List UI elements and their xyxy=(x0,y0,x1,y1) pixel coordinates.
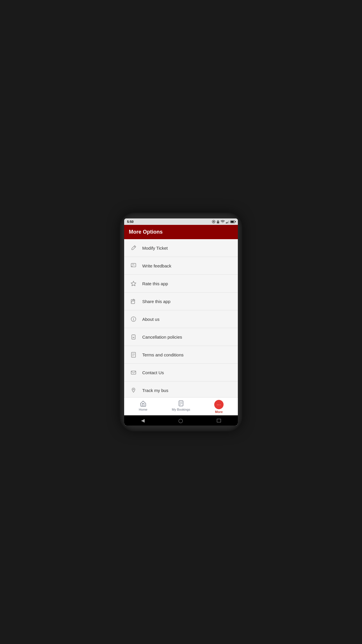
share-icon xyxy=(129,297,138,305)
device-screen: 5:50 xyxy=(124,218,238,426)
status-icons-group xyxy=(212,220,235,223)
back-button[interactable]: ◀ xyxy=(141,418,145,423)
device: 5:50 xyxy=(120,213,242,431)
menu-item-contact[interactable]: Contact Us xyxy=(124,364,238,382)
chat-icon xyxy=(129,262,138,270)
page-title: More Options xyxy=(129,229,163,235)
home-nav-label: Home xyxy=(139,408,147,411)
write-feedback-label: Write feedback xyxy=(142,263,171,268)
pencil-icon xyxy=(129,244,138,252)
menu-item-terms[interactable]: Terms and conditions xyxy=(124,346,238,364)
nav-my-bookings[interactable]: My Bookings xyxy=(162,400,200,414)
home-icon xyxy=(140,400,147,407)
menu-item-track-bus[interactable]: Track my bus xyxy=(124,382,238,397)
android-nav-bar: ◀ ◯ xyxy=(124,415,238,426)
document-icon xyxy=(129,351,138,359)
rate-app-label: Rate this app xyxy=(142,281,168,286)
star-icon xyxy=(129,279,138,288)
circle-status-icon xyxy=(212,220,215,223)
svg-rect-9 xyxy=(132,335,135,339)
cancellation-label: Cancellation policies xyxy=(142,335,182,340)
signal-bars xyxy=(226,220,229,223)
lock-icon xyxy=(217,220,219,223)
status-bar: 5:50 xyxy=(124,218,238,225)
nav-more[interactable]: ··· More xyxy=(200,400,238,414)
more-nav-label: More xyxy=(215,410,223,414)
location-pin-icon xyxy=(129,386,138,394)
track-bus-label: Track my bus xyxy=(142,388,168,393)
info-icon xyxy=(129,315,138,323)
svg-point-1 xyxy=(213,221,215,223)
more-dots-icon: ··· xyxy=(214,400,224,409)
share-app-label: Share this app xyxy=(142,299,171,304)
nav-home[interactable]: Home xyxy=(124,400,162,414)
menu-list: Modify Ticket Write feedback xyxy=(124,239,238,397)
svg-rect-16 xyxy=(131,371,136,374)
svg-point-7 xyxy=(133,318,134,318)
modify-ticket-label: Modify Ticket xyxy=(142,246,168,251)
status-time: 5:50 xyxy=(127,220,133,223)
menu-item-write-feedback[interactable]: Write feedback xyxy=(124,257,238,275)
bookings-nav-label: My Bookings xyxy=(172,408,190,411)
envelope-icon xyxy=(129,368,138,377)
contact-label: Contact Us xyxy=(142,370,164,375)
recents-button[interactable] xyxy=(217,419,221,422)
bookings-icon xyxy=(178,400,184,407)
about-us-label: About us xyxy=(142,317,159,322)
battery-icon xyxy=(230,220,235,223)
menu-item-rate-app[interactable]: Rate this app xyxy=(124,275,238,293)
clipboard-x-icon xyxy=(129,333,138,341)
menu-item-modify-ticket[interactable]: Modify Ticket xyxy=(124,239,238,257)
svg-rect-2 xyxy=(217,221,219,223)
menu-item-about-us[interactable]: About us xyxy=(124,310,238,328)
svg-marker-4 xyxy=(131,281,136,286)
wifi-icon xyxy=(221,220,225,223)
svg-point-17 xyxy=(133,389,134,390)
menu-item-share-app[interactable]: Share this app xyxy=(124,293,238,310)
terms-label: Terms and conditions xyxy=(142,352,184,357)
bottom-nav: Home My Bookings ··· More xyxy=(124,397,238,415)
app-bar: More Options xyxy=(124,225,238,239)
home-button[interactable]: ◯ xyxy=(178,418,183,423)
menu-item-cancellation[interactable]: Cancellation policies xyxy=(124,328,238,346)
